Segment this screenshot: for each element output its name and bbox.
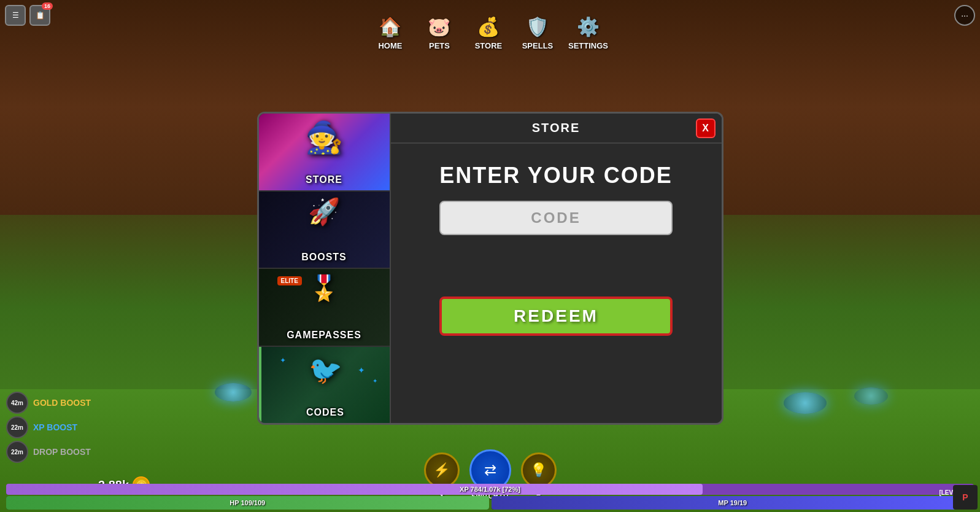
sidebar-boosts-label: BOOSTS (301, 252, 347, 263)
sidebar-item-boosts[interactable]: 🚀 BOOSTS (259, 192, 390, 270)
redeem-button[interactable]: REDEEM (439, 297, 673, 336)
store-modal: STORE X 🧙 STORE 🚀 B (257, 112, 723, 425)
sidebar-item-gamepasses[interactable]: 🎖️ ELITE GAMEPASSES (259, 269, 390, 347)
sidebar-item-codes[interactable]: 🐦 ✦ ✦ ✦ CODES (259, 347, 390, 424)
close-button[interactable]: X (696, 118, 716, 138)
enter-code-title: ENTER YOUR CODE (439, 163, 672, 188)
redeem-label: REDEEM (514, 306, 598, 326)
store-sidebar: 🧙 STORE 🚀 BOOSTS 🎖️ ELITE GAMEPA (259, 114, 391, 423)
sidebar-store-label: STORE (306, 174, 342, 185)
modal-header: STORE (391, 114, 722, 144)
sidebar-gamepasses-label: GAMEPASSES (287, 330, 361, 341)
close-icon: X (702, 123, 709, 134)
modal-overlay: STORE X 🧙 STORE 🚀 B (0, 0, 980, 512)
sidebar-codes-label: CODES (306, 407, 344, 418)
code-input[interactable] (439, 201, 673, 235)
modal-title: STORE (532, 121, 581, 134)
sidebar-item-store[interactable]: 🧙 STORE (259, 114, 390, 192)
store-content: ENTER YOUR CODE REDEEM (391, 114, 722, 423)
code-section: ENTER YOUR CODE REDEEM (409, 163, 703, 336)
